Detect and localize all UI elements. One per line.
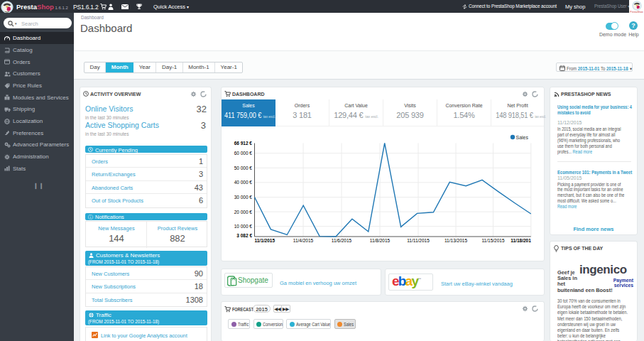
- svg-text:11/6/2015: 11/6/2015: [332, 238, 352, 243]
- svg-text:30 000 €: 30 000 €: [234, 195, 253, 200]
- svg-text:3 082 €: 3 082 €: [236, 233, 252, 238]
- svg-text:50 000 €: 50 000 €: [234, 166, 253, 170]
- svg-text:60 000 €: 60 000 €: [234, 151, 253, 156]
- svg-text:11/11/2015: 11/11/2015: [407, 238, 430, 243]
- svg-text:11/15/2015: 11/15/2015: [481, 238, 504, 243]
- svg-text:11/18/201: 11/18/201: [511, 238, 531, 243]
- svg-text:66 912 €: 66 912 €: [234, 141, 253, 146]
- svg-text:10 000 €: 10 000 €: [234, 224, 253, 229]
- svg-text:11/1/2015: 11/1/2015: [255, 238, 275, 243]
- svg-text:11/4/2015: 11/4/2015: [293, 238, 314, 243]
- svg-text:11/13/2015: 11/13/2015: [444, 238, 467, 243]
- svg-text:40 000 €: 40 000 €: [234, 180, 253, 185]
- svg-text:Sales: Sales: [516, 135, 529, 140]
- svg-text:11/8/2015: 11/8/2015: [370, 238, 391, 243]
- svg-text:20 000 €: 20 000 €: [234, 210, 253, 215]
